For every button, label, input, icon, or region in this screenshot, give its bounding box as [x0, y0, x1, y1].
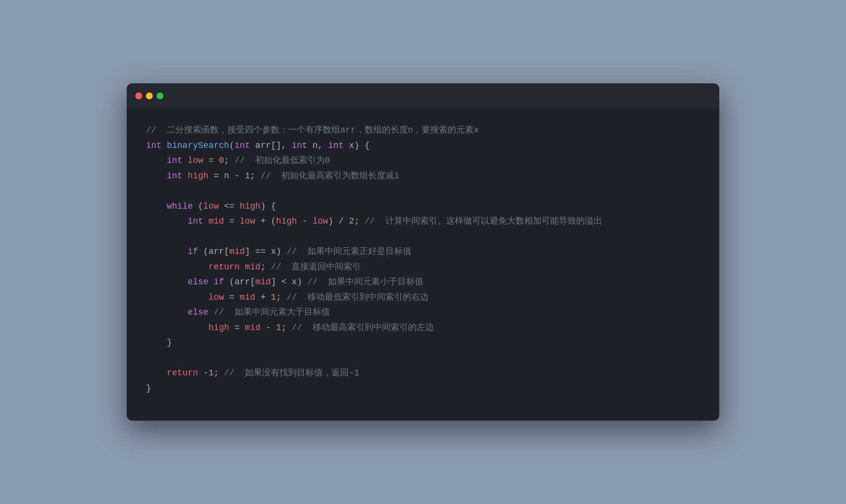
code-line-10: return mid; // 直接返回中间索引 [146, 260, 700, 275]
code-line-17: return -1; // 如果没有找到目标值，返回-1 [146, 366, 700, 381]
code-line-4: int high = n - 1; // 初始化最高索引为数组长度减1 [146, 169, 700, 184]
code-line-8 [146, 229, 700, 245]
code-line-3: int low = 0; // 初始化最低索引为0 [146, 153, 700, 169]
code-line-1: // 二分搜索函数，接受四个参数：一个有序数组arr，数组的长度n，要搜索的元素… [146, 123, 700, 138]
code-line-9: if (arr[mid] == x) // 如果中间元素正好是目标值 [146, 244, 700, 260]
code-line-16 [146, 351, 700, 366]
code-line-15: } [146, 335, 700, 351]
code-editor: // 二分搜索函数，接受四个参数：一个有序数组arr，数组的长度n，要搜索的元素… [127, 108, 719, 415]
comment-text: // 二分搜索函数，接受四个参数：一个有序数组arr，数组的长度n，要搜索的元素… [146, 125, 479, 135]
code-window: // 二分搜索函数，接受四个参数：一个有序数组arr，数组的长度n，要搜索的元素… [127, 83, 719, 421]
code-line-6: while (low <= high) { [146, 199, 700, 214]
titlebar [127, 83, 719, 108]
code-line-18: } [146, 381, 700, 397]
keyword-int: int [146, 141, 161, 150]
close-button[interactable] [135, 93, 142, 99]
maximize-button[interactable] [157, 93, 163, 99]
code-line-7: int mid = low + (high - low) / 2; // 计算中… [146, 214, 700, 229]
code-line-5 [146, 184, 700, 199]
code-line-14: high = mid - 1; // 移动最高索引到中间索引的左边 [146, 320, 700, 336]
code-line-12: low = mid + 1; // 移动最低索引到中间索引的右边 [146, 290, 700, 305]
minimize-button[interactable] [146, 93, 153, 99]
code-line-11: else if (arr[mid] < x) // 如果中间元素小于目标值 [146, 275, 700, 290]
code-line-13: else // 如果中间元素大于目标值 [146, 305, 700, 320]
function-name: binarySearch [167, 141, 229, 150]
code-line-2: int binarySearch(int arr[], int n, int x… [146, 138, 700, 154]
